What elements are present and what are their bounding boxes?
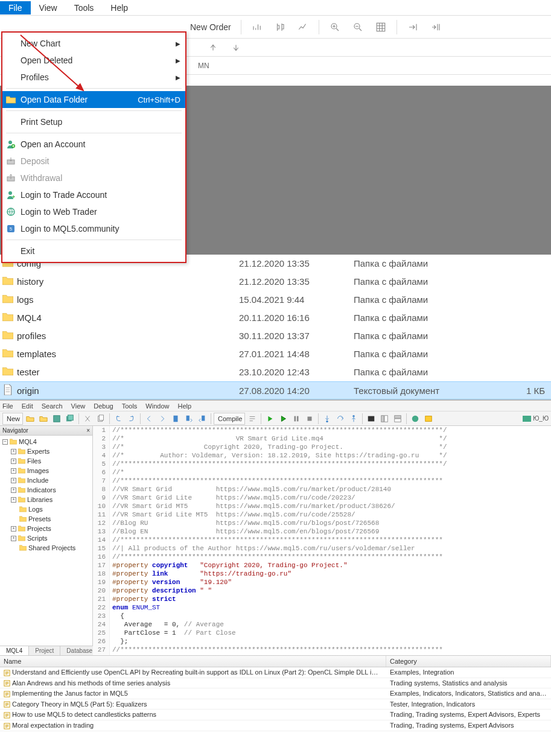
ide-stop-icon[interactable]	[304, 413, 316, 425]
autotrading-icon[interactable]	[247, 19, 267, 36]
ide-folder-icon[interactable]	[37, 413, 49, 425]
menu-item-open-data-folder[interactable]: Open Data FolderCtrl+Shift+D	[2, 91, 185, 108]
ide-debug-icon[interactable]	[277, 413, 289, 425]
column-category[interactable]: Category	[386, 656, 551, 667]
ide-pause-icon[interactable]	[290, 413, 302, 425]
zoom-out-icon[interactable]	[348, 19, 368, 36]
ide-copy-icon[interactable]	[95, 413, 107, 425]
tree-item-files[interactable]: +Files	[0, 456, 92, 466]
tree-expand-icon[interactable]: +	[11, 468, 16, 474]
menu-item-open-deleted[interactable]: Open Deleted▶	[2, 52, 185, 69]
ide-navigator-tree[interactable]: −MQL4+Experts+Files+Images+Include+Indic…	[0, 436, 92, 646]
tree-expand-icon[interactable]: +	[11, 536, 16, 541]
ide-terminal-icon[interactable]	[365, 413, 377, 425]
ide-navigator-icon[interactable]	[378, 413, 390, 425]
tree-root[interactable]: −MQL4	[0, 437, 92, 446]
timeframe-mn[interactable]: MN	[193, 60, 214, 72]
tree-item-projects[interactable]: +Projects	[0, 524, 92, 533]
ide-compile-button[interactable]: Compile	[214, 413, 245, 425]
ide-menu-file[interactable]: File	[2, 402, 13, 410]
menu-item-open-an-account[interactable]: Open an Account	[2, 136, 185, 153]
file-row[interactable]: logs15.04.2021 9:44Папка с файлами	[0, 291, 551, 309]
ide-bookmark-icon[interactable]	[170, 413, 182, 425]
ide-menu-view[interactable]: View	[71, 402, 86, 410]
ide-bookmark-next-icon[interactable]	[183, 413, 195, 425]
ide-tab-project[interactable]: Project	[29, 646, 60, 655]
ide-redo-icon[interactable]	[126, 413, 138, 425]
menu-help[interactable]: Help	[102, 1, 136, 14]
menu-item-login-to-web-trader[interactable]: Login to Web Trader	[2, 203, 185, 220]
ide-open-icon[interactable]	[24, 413, 36, 425]
ide-menu-help[interactable]: Help	[177, 402, 191, 410]
article-row[interactable]: Category Theory in MQL5 (Part 5): Equali…	[0, 699, 551, 710]
ide-save-icon[interactable]	[51, 413, 63, 425]
tree-item-presets[interactable]: Presets	[0, 514, 92, 524]
article-row[interactable]: Understand and Efficiently use OpenCL AP…	[0, 667, 551, 678]
shift-end-icon[interactable]	[403, 19, 422, 36]
tree-expand-icon[interactable]: +	[11, 488, 16, 493]
menu-file[interactable]: File	[0, 1, 31, 14]
ide-menu-tools[interactable]: Tools	[122, 402, 138, 410]
tree-expand-icon[interactable]: +	[11, 459, 16, 464]
ide-nav-back-icon[interactable]	[143, 413, 155, 425]
ide-toolbox-icon[interactable]	[392, 413, 404, 425]
file-row[interactable]: history21.12.2020 13:35Папка с файлами	[0, 273, 551, 291]
tree-item-libraries[interactable]: +Libraries	[0, 495, 92, 504]
ide-saveall-icon[interactable]	[64, 413, 76, 425]
arrow-up-icon[interactable]	[203, 39, 223, 56]
ide-terminal2-icon[interactable]	[422, 413, 435, 425]
ide-stepinto-icon[interactable]	[321, 413, 333, 425]
tree-item-indicators[interactable]: +Indicators	[0, 485, 92, 495]
tree-item-experts[interactable]: +Experts	[0, 446, 92, 456]
file-row[interactable]: profiles30.11.2020 13:37Папка с файлами	[0, 327, 551, 345]
tree-item-include[interactable]: +Include	[0, 475, 92, 485]
menu-view[interactable]: View	[31, 1, 66, 14]
new-order-button[interactable]: New Order	[186, 22, 235, 32]
chart-grid-icon[interactable]	[371, 19, 390, 36]
tree-item-scripts[interactable]: +Scripts	[0, 533, 92, 543]
autoscroll-icon[interactable]	[426, 19, 445, 36]
tree-collapse-icon[interactable]: −	[2, 439, 8, 445]
column-name[interactable]: Name	[0, 656, 386, 667]
ide-style-icon[interactable]	[246, 413, 258, 425]
tree-expand-icon[interactable]: +	[11, 449, 16, 454]
close-icon[interactable]: ×	[86, 427, 90, 434]
ide-cut-icon[interactable]	[81, 413, 94, 425]
ide-menu-debug[interactable]: Debug	[94, 402, 113, 410]
ide-language-selector[interactable]: Ю_Ю	[523, 415, 549, 422]
ide-menu-search[interactable]: Search	[42, 402, 63, 410]
file-row[interactable]: origin27.08.2020 14:20Текстовый документ…	[0, 381, 551, 399]
ide-tab-mql4[interactable]: MQL4	[0, 646, 29, 655]
menu-item-login-to-trade-account[interactable]: Login to Trade Account	[2, 186, 185, 203]
article-row[interactable]: Alan Andrews and his methods of time ser…	[0, 678, 551, 689]
tree-item-images[interactable]: +Images	[0, 466, 92, 475]
ide-undo-icon[interactable]	[112, 413, 124, 425]
file-row[interactable]: MQL420.11.2020 16:16Папка с файлами	[0, 309, 551, 327]
ide-mql-icon[interactable]	[409, 413, 421, 425]
file-row[interactable]: templates27.01.2021 14:48Папка с файлами	[0, 345, 551, 363]
arrow-down-icon[interactable]	[226, 39, 246, 56]
tree-expand-icon[interactable]: +	[11, 497, 16, 503]
ide-menu-edit[interactable]: Edit	[22, 402, 33, 410]
chart-line-icon[interactable]	[293, 19, 313, 36]
zoom-in-icon[interactable]	[325, 19, 345, 36]
ide-code-editor[interactable]: 1//*************************************…	[93, 426, 551, 655]
file-row[interactable]: tester23.10.2020 12:43Папка с файлами	[0, 363, 551, 381]
menu-item-print-setup[interactable]: Print Setup	[2, 113, 185, 130]
article-row[interactable]: How to use MQL5 to detect candlesticks p…	[0, 710, 551, 720]
ide-bookmark-prev-icon[interactable]	[196, 413, 208, 425]
menu-tools[interactable]: Tools	[66, 1, 103, 14]
menu-item-exit[interactable]: Exit	[2, 243, 185, 259]
ide-stepover-icon[interactable]	[334, 413, 346, 425]
ide-new-button[interactable]: New	[2, 413, 23, 425]
tree-expand-icon[interactable]: +	[11, 526, 16, 532]
menu-item-new-chart[interactable]: New Chart▶	[2, 35, 185, 52]
ide-stepout-icon[interactable]	[348, 413, 360, 425]
menu-item-login-to-mql5-community[interactable]: 5Login to MQL5.community	[2, 220, 185, 237]
menu-item-profiles[interactable]: Profiles▶	[2, 69, 185, 86]
chart-candle-icon[interactable]	[270, 19, 290, 36]
article-row[interactable]: Moral expectation in tradingTrading, Tra…	[0, 720, 551, 731]
ide-menu-window[interactable]: Window	[145, 402, 169, 410]
tree-item-shared-projects[interactable]: Shared Projects	[0, 543, 92, 553]
tree-expand-icon[interactable]: +	[11, 478, 16, 483]
